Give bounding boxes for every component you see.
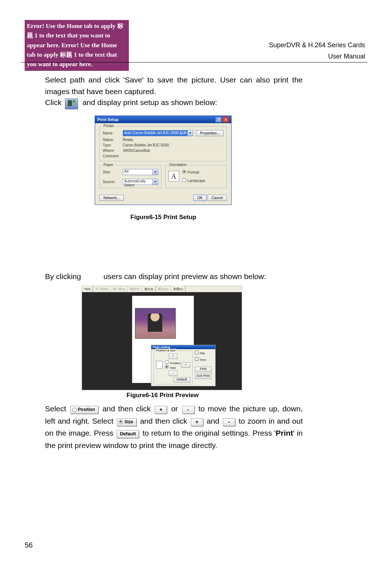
print-bold: Print — [275, 429, 293, 437]
inline-size-radio[interactable]: Size — [117, 418, 136, 426]
orientation-label: Orientation — [168, 163, 188, 167]
chevron-down-icon[interactable] — [152, 169, 158, 175]
inline-minus-button[interactable]: - — [182, 406, 195, 414]
close-icon[interactable]: × — [222, 117, 229, 122]
figure-caption-1: Figure6-15 Print Setup — [109, 214, 218, 221]
comment-label: Comment: — [103, 154, 123, 158]
properties-button[interactable]: Properties... — [196, 130, 224, 136]
network-button[interactable]: Network... — [99, 195, 124, 201]
type-value: Canon Bubble-Jet BJC-5500 — [123, 143, 169, 147]
help-icon[interactable]: ? — [215, 117, 222, 122]
print-setup-titlebar: Print Setup × ? — [95, 116, 231, 123]
figure-caption-2: Figure6-16 Print Preview — [108, 392, 217, 399]
by-clicking: By clicking — [45, 272, 81, 281]
orientation-group: Orientation A Portrait Landscape — [165, 165, 227, 188]
inline-plus-button[interactable]: + — [155, 406, 167, 414]
header-title-line2: User Manual — [269, 51, 365, 62]
where-label: Where: — [103, 149, 123, 153]
header-title: SuperDVR & H.264 Series Cards User Manua… — [269, 40, 365, 62]
size-radio[interactable]: Size — [165, 365, 180, 370]
printer-name-select[interactable]: Auto Canon Bubble-Jet BJC-5500 副本 2 — [123, 130, 193, 136]
preview-menubar: P(D) 下一页(N) 前一页(V) 两页(T) 放大(I) 缩小(O) 关闭(… — [82, 286, 242, 292]
menu-item: 前一页(V) — [111, 286, 128, 292]
preview-image — [135, 308, 176, 339]
paper-size-value: A4 — [124, 169, 128, 173]
header-rule — [21, 62, 367, 62]
text: or — [171, 404, 181, 413]
exit-print-button[interactable]: Exit Print — [195, 374, 212, 379]
print-setup-title: Print Setup — [97, 117, 119, 122]
inline-minus-button[interactable]: - — [223, 418, 235, 426]
chevron-down-icon[interactable] — [187, 130, 193, 136]
type-label: Type: — [103, 143, 123, 147]
menu-item: 缩小(O) — [156, 286, 171, 292]
position-radio[interactable]: Position — [165, 360, 180, 365]
paragraph-controls: Select Position and then click + or - to… — [45, 403, 303, 451]
text: and — [207, 417, 222, 425]
plus-button[interactable]: + — [181, 362, 190, 368]
preview-stage: Page setting Position & Size + Position … — [82, 292, 242, 390]
default-button[interactable]: Default — [173, 377, 190, 383]
name-label: Name: — [103, 131, 123, 135]
paragraph-preview-intro: By clicking users can display print prev… — [45, 271, 303, 282]
plus-button[interactable]: + — [169, 354, 177, 359]
text: and then click — [140, 417, 190, 425]
page-number: 56 — [25, 541, 33, 549]
text: and then click — [102, 404, 154, 413]
position-size-group: Position & Size + Position Size + - Defa… — [154, 351, 193, 384]
inline-plus-button[interactable]: + — [191, 418, 203, 426]
landscape-radio[interactable]: Landscape — [182, 178, 205, 183]
paragraph-save: Select path and click 'Save' to save the… — [45, 74, 303, 97]
menu-item[interactable]: 关闭(C) — [171, 286, 185, 292]
click-print-row: Click and display print setup as shown b… — [45, 98, 217, 107]
paper-group-label: Paper — [102, 163, 115, 167]
position-size-label: Position & Size — [155, 349, 176, 352]
size-label: Size: — [103, 170, 123, 174]
menu-item: 下一页(N) — [93, 286, 110, 292]
portrait-radio[interactable]: Portrait — [182, 170, 205, 174]
menu-item[interactable]: 放大(I) — [142, 286, 156, 292]
header-title-line1: SuperDVR & H.264 Series Cards — [269, 40, 365, 51]
title-checkbox[interactable]: Title — [195, 351, 213, 355]
click-suffix: and display print setup as shown below: — [82, 98, 217, 106]
text: to return to the original settings. Pres… — [143, 429, 276, 437]
where-value: \\RD5\CanonBub — [123, 149, 150, 153]
minus-button[interactable]: - — [169, 371, 177, 376]
text: Select — [45, 404, 66, 413]
click-label: Click — [45, 98, 62, 106]
time-checkbox[interactable]: Time — [195, 357, 213, 362]
status-label: Status: — [103, 138, 123, 142]
page-settings-panel: Page setting Position & Size + Position … — [151, 345, 216, 386]
printer-name-value: Auto Canon Bubble-Jet BJC-5500 副本 2 — [124, 131, 190, 135]
paper-source-select[interactable]: Automatically Select — [123, 179, 158, 185]
source-label: Source: — [103, 180, 123, 184]
inline-default-button[interactable]: Default — [117, 430, 139, 438]
print-setup-icon[interactable] — [65, 98, 78, 109]
paper-size-select[interactable]: A4 — [123, 169, 158, 175]
printer-group-label: Printer — [102, 124, 115, 128]
cancel-button[interactable]: Cancel — [208, 195, 227, 201]
ok-button[interactable]: OK — [193, 195, 207, 201]
status-value: Ready — [123, 138, 133, 142]
inline-position-radio[interactable]: Position — [70, 406, 98, 414]
header-error-box: Error! Use the Home tab to apply 标题 1 to… — [25, 20, 129, 71]
preview-suffix: users can display print preview as shown… — [103, 272, 266, 281]
print-setup-dialog: Print Setup × ? Printer Name: Auto Canon… — [95, 116, 232, 205]
print-button[interactable]: Print — [195, 367, 212, 372]
menu-item: 两页(T) — [128, 286, 142, 292]
paper-source-value: Automatically Select — [124, 179, 146, 187]
orientation-preview-icon: A — [168, 171, 179, 182]
print-preview-window: P(D) 下一页(N) 前一页(V) 两页(T) 放大(I) 缩小(O) 关闭(… — [82, 286, 242, 390]
paper-group: Paper Size: A4 Source: Automatically Sel… — [99, 165, 162, 188]
orientation-mini-icon — [156, 361, 163, 369]
menu-item[interactable]: P(D) — [82, 286, 93, 292]
printer-group: Printer Name: Auto Canon Bubble-Jet BJC-… — [99, 126, 227, 161]
chevron-down-icon[interactable] — [152, 179, 158, 185]
